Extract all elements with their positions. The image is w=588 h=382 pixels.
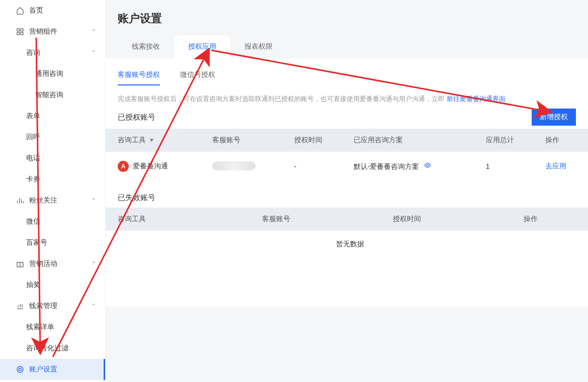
sidebar-item-lead-detail[interactable]: 线索详单 — [0, 317, 105, 338]
sidebar-item-consult[interactable]: 咨询 ⌃ — [0, 42, 105, 63]
sidebar-item-label: 表单 — [26, 112, 97, 121]
sidebar-item-account-settings[interactable]: 账户设置 — [0, 359, 105, 380]
sidebar-item-wechat[interactable]: 微信 — [0, 211, 105, 232]
settings-panel: 线索接收 授权应用 报表权限 客服账号授权 微信号授权 完成客服账号授权后，可在… — [106, 35, 588, 307]
tabs-primary: 线索接收 授权应用 报表权限 — [106, 35, 588, 58]
tab-wechat-auth[interactable]: 微信号授权 — [180, 65, 215, 85]
table-row: A 爱番番沟通 - 默认-爱番番咨询方案 — [106, 152, 588, 181]
hint-text: 完成客服账号授权后，可在设置咨询方案时选取联通到已授权的账号，也可直接使用爱番番… — [106, 85, 588, 106]
gift-icon — [16, 260, 24, 268]
sidebar-item-baijiahao[interactable]: 百家号 — [0, 232, 105, 253]
target-icon — [16, 365, 24, 373]
svg-rect-3 — [21, 32, 23, 35]
masked-account — [212, 161, 256, 170]
sidebar-item-general-consult[interactable]: 通用咨询 — [0, 63, 105, 84]
sidebar-item-label: 账户设置 — [29, 365, 97, 374]
sidebar-item-label: 线索详单 — [26, 323, 97, 332]
sidebar-item-label: 首页 — [29, 6, 97, 15]
hint-prefix: 完成客服账号授权后，可在设置咨询方案时选取联通到已授权的账号，也可直接使用爱番番… — [118, 95, 447, 103]
hint-link[interactable]: 前往爱番番沟通界面 — [447, 95, 506, 103]
home-icon — [16, 7, 24, 15]
sidebar-item-label: 百家号 — [26, 238, 97, 247]
svg-rect-2 — [17, 32, 20, 35]
col-account-2: 客服账号 — [256, 208, 387, 231]
svg-point-6 — [19, 368, 21, 370]
sidebar-item-phone[interactable]: 电话 — [0, 148, 105, 169]
eye-icon[interactable] — [424, 162, 431, 170]
sidebar-item-coupon[interactable]: 卡券 — [0, 169, 105, 190]
auth-time-cell: - — [288, 152, 348, 181]
authorized-table: 咨询工具 ▾ 客服账号 授权时间 已应用咨询方案 应用总计 操作 — [106, 129, 588, 181]
sidebar-item-jimuyu[interactable]: 基木鱼 — [0, 380, 105, 382]
svg-point-8 — [427, 164, 429, 166]
sidebar-item-form[interactable]: 表单 — [0, 106, 105, 127]
sidebar-item-home[interactable]: 首页 — [0, 0, 105, 21]
sidebar-item-smart-consult[interactable]: 智能咨询 — [0, 84, 105, 106]
sidebar-item-label: 抽奖 — [26, 280, 97, 290]
sidebar-item-label: 咨询转化过滤 — [26, 344, 97, 353]
col-count: 应用总计 — [480, 129, 539, 152]
plan-name: 默认-爱番番咨询方案 — [354, 162, 419, 170]
section-authorized-title: 已授权账号 — [118, 113, 155, 122]
svg-rect-1 — [21, 29, 23, 31]
sidebar-item-label: 咨询 — [26, 48, 97, 57]
tool-name: 爱番番沟通 — [133, 162, 168, 171]
sidebar-item-label: 回呼 — [26, 133, 97, 142]
sidebar-item-label: 线索管理 — [29, 302, 97, 311]
empty-text: 暂无数据 — [106, 231, 588, 258]
tool-avatar-icon: A — [118, 161, 129, 172]
col-auth-time: 授权时间 — [288, 129, 348, 152]
sidebar-item-label: 通用咨询 — [35, 69, 97, 78]
invalid-table: 咨询工具 客服账号 授权时间 操作 暂无数据 — [106, 208, 588, 258]
tab-leads-receive[interactable]: 线索接收 — [118, 35, 174, 58]
sidebar-item-label: 营销组件 — [29, 27, 97, 36]
sidebar-item-label: 微信 — [26, 217, 97, 226]
col-tool-2: 咨询工具 — [106, 208, 256, 231]
section-invalid-title: 已失效账号 — [106, 181, 588, 208]
main-content: 账户设置 线索接收 授权应用 报表权限 客服账号授权 微信号授权 完成客服账号授… — [106, 0, 588, 382]
chevron-up-icon: ⌃ — [91, 49, 96, 56]
sidebar: 首页 营销组件 ⌃ 咨询 ⌃ 通用咨询 智能咨询 表单 回呼 电话 卡券 — [0, 0, 106, 382]
chevron-up-icon: ⌃ — [91, 260, 96, 267]
add-authorization-button[interactable]: 新增授权 — [532, 109, 576, 126]
bars-icon — [16, 197, 24, 205]
sidebar-item-fans[interactable]: 粉丝关注 ⌃ — [0, 190, 105, 211]
col-account: 客服账号 — [206, 129, 288, 152]
sidebar-item-callback[interactable]: 回呼 — [0, 127, 105, 148]
col-auth-time-2: 授权时间 — [387, 208, 518, 231]
sidebar-item-label: 卡券 — [26, 175, 97, 184]
sidebar-item-label: 粉丝关注 — [29, 196, 97, 205]
apply-link[interactable]: 去应用 — [545, 162, 566, 170]
col-plan: 已应用咨询方案 — [348, 129, 480, 152]
col-action-2: 操作 — [518, 208, 588, 231]
svg-rect-0 — [17, 29, 20, 31]
sidebar-item-label: 营销活动 — [29, 259, 97, 268]
sidebar-item-label: 电话 — [26, 154, 97, 163]
sidebar-item-label: 智能咨询 — [35, 90, 97, 100]
tab-service-account-auth[interactable]: 客服账号授权 — [118, 65, 160, 85]
sidebar-item-leads[interactable]: 线索管理 ⌃ — [0, 296, 105, 317]
tab-report-permission[interactable]: 报表权限 — [230, 35, 287, 58]
sidebar-item-marketing-activity[interactable]: 营销活动 ⌃ — [0, 253, 105, 274]
chevron-up-icon: ⌃ — [91, 28, 96, 35]
count-cell: 1 — [480, 152, 539, 181]
svg-point-5 — [17, 366, 23, 372]
tabs-secondary: 客服账号授权 微信号授权 — [106, 58, 588, 85]
filter-icon[interactable]: ▾ — [150, 136, 153, 144]
sidebar-item-marketing-components[interactable]: 营销组件 ⌃ — [0, 21, 105, 42]
sidebar-item-lottery[interactable]: 抽奖 — [0, 274, 105, 296]
chevron-up-icon: ⌃ — [91, 197, 96, 204]
col-tool[interactable]: 咨询工具 ▾ — [106, 129, 206, 152]
page-title: 账户设置 — [106, 0, 588, 35]
col-tool-label: 咨询工具 — [118, 136, 146, 144]
sidebar-item-consult-filter[interactable]: 咨询转化过滤 — [0, 338, 105, 359]
tab-authorize-app[interactable]: 授权应用 — [174, 35, 230, 58]
chart-icon — [16, 302, 24, 310]
chevron-up-icon: ⌃ — [91, 303, 96, 310]
col-action: 操作 — [539, 129, 588, 152]
grid-icon — [16, 28, 24, 36]
empty-row: 暂无数据 — [106, 231, 588, 258]
